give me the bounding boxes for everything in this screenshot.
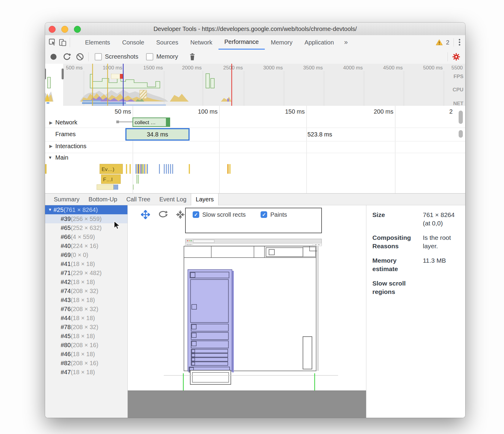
- tab-layers[interactable]: Layers: [191, 194, 218, 205]
- clear-recording-button[interactable]: [73, 53, 87, 61]
- warning-count[interactable]: 2: [446, 39, 449, 46]
- layer-id: #47: [61, 369, 71, 375]
- details-tab-bar: Summary Bottom-Up Call Tree Event Log La…: [45, 193, 465, 205]
- tab-call-tree[interactable]: Call Tree: [122, 194, 155, 205]
- layer-tree-item[interactable]: #78(208 × 32): [45, 322, 127, 332]
- layer-tree-item[interactable]: #82(208 × 16): [45, 359, 127, 368]
- flame-chart[interactable]: 50 ms 100 ms 150 ms 200 ms 2 ▶ Network c…: [45, 106, 465, 193]
- flame-scrollbar-thumb[interactable]: [459, 111, 463, 124]
- lane-label-cpu: CPU: [453, 87, 463, 93]
- collapse-icon[interactable]: ▼: [48, 205, 53, 214]
- rotate-mode-button[interactable]: [154, 210, 172, 219]
- layer-tree-item[interactable]: #66(4 × 559): [45, 232, 127, 241]
- layer-dimensions: (0 × 0): [71, 252, 88, 258]
- layer-tree-item[interactable]: #42(18 × 18): [45, 277, 127, 286]
- layer-tree-item[interactable]: #41(18 × 18): [45, 259, 127, 268]
- layer-tree-item[interactable]: #44(18 × 18): [45, 313, 127, 322]
- overview-tick: 2500 ms: [223, 65, 243, 71]
- layer-tree-item[interactable]: #76(208 × 32): [45, 304, 127, 313]
- layers-canvas-pane[interactable]: ✓ Slow scroll rects ✓ Paints: [128, 205, 366, 418]
- tab-summary[interactable]: Summary: [49, 194, 84, 205]
- layer-id: #43: [61, 297, 71, 303]
- layer-dimensions: (224 × 16): [71, 243, 98, 249]
- garbage-collect-button[interactable]: [186, 53, 199, 61]
- memory-checkbox[interactable]: [146, 53, 153, 60]
- layer-tree-item[interactable]: #71(229 × 482): [45, 268, 127, 277]
- layer-tree-item[interactable]: #40(224 × 16): [45, 241, 127, 250]
- layer-id: #74: [61, 288, 71, 294]
- pan-mode-button[interactable]: [137, 210, 154, 219]
- tab-bottom-up[interactable]: Bottom-Up: [84, 194, 122, 205]
- detail-value: Is the root layer.: [423, 234, 462, 250]
- screenshots-label: Screenshots: [105, 53, 138, 60]
- row-label-frames[interactable]: Frames: [55, 131, 76, 137]
- traffic-lights: [49, 26, 81, 33]
- layer-tree-item[interactable]: #69(0 × 0): [45, 250, 127, 259]
- detail-label: Slow scroll regions: [372, 279, 423, 296]
- record-icon: [50, 53, 57, 60]
- layer-dimensions: (18 × 18): [71, 369, 95, 375]
- tab-console[interactable]: Console: [116, 35, 150, 50]
- row-label-interactions[interactable]: Interactions: [55, 143, 86, 149]
- layer-tree-item[interactable]: ▼#25(761 × 8264): [45, 205, 127, 214]
- layer-tree-item[interactable]: #46(18 × 18): [45, 350, 127, 359]
- kebab-menu-icon[interactable]: [458, 38, 461, 47]
- tab-event-log[interactable]: Event Log: [155, 194, 191, 205]
- memory-label: Memory: [156, 53, 178, 60]
- tab-application[interactable]: Application: [298, 35, 340, 50]
- device-toolbar-button[interactable]: [58, 35, 68, 50]
- timeline-overview[interactable]: 500 ms 1000 ms 1500 ms 2000 ms 2500 ms 3…: [45, 64, 465, 106]
- tab-sources[interactable]: Sources: [150, 35, 184, 50]
- tab-elements[interactable]: Elements: [79, 35, 116, 50]
- slow-scroll-rects-checkbox[interactable]: ✓: [193, 211, 199, 218]
- layer-id: #80: [61, 342, 71, 348]
- flame-event-label: F…l: [103, 177, 112, 182]
- zoom-window-button[interactable]: [74, 26, 81, 33]
- detail-row: Slow scroll regions: [372, 279, 465, 296]
- hovered-layer-rect[interactable]: [188, 270, 232, 371]
- minimize-window-button[interactable]: [61, 26, 68, 33]
- layer-tree-pane: ▼#25(761 × 8264)#39(256 × 559)#65(252 × …: [45, 205, 128, 418]
- layer-tree-item[interactable]: #74(208 × 32): [45, 286, 127, 295]
- layer-id: #78: [61, 324, 71, 330]
- record-button[interactable]: [47, 53, 60, 60]
- title-bar[interactable]: Developer Tools - https://developers.goo…: [45, 23, 465, 35]
- selection-handle-right[interactable]: [62, 69, 64, 79]
- tab-network[interactable]: Network: [184, 35, 218, 50]
- expand-network-icon[interactable]: ▶: [49, 120, 53, 125]
- detail-row: Compositing ReasonsIs the root layer.: [372, 234, 465, 250]
- close-window-button[interactable]: [49, 26, 56, 33]
- inspect-element-button[interactable]: [47, 35, 58, 50]
- reset-view-button[interactable]: [172, 210, 189, 219]
- more-tabs-button[interactable]: »: [340, 35, 352, 50]
- inspect-cursor-icon: [48, 38, 57, 47]
- layer-tree-item[interactable]: #47(18 × 18): [45, 368, 127, 377]
- screenshots-checkbox[interactable]: [95, 53, 102, 60]
- mouse-cursor: [114, 221, 121, 231]
- layer-id: #39: [61, 215, 71, 222]
- paints-checkbox[interactable]: ✓: [261, 211, 267, 218]
- tab-memory[interactable]: Memory: [265, 35, 298, 50]
- detail-label: Compositing Reasons: [372, 234, 423, 250]
- capture-settings-button[interactable]: [450, 53, 463, 61]
- overview-tick: 4000 ms: [343, 65, 363, 71]
- selection-handle-left[interactable]: [45, 69, 46, 79]
- detail-value: 761 × 8264 (at 0,0): [423, 211, 462, 228]
- row-label-network[interactable]: Network: [55, 119, 78, 126]
- reload-and-record-button[interactable]: [60, 53, 73, 61]
- flame-scrollbar-thumb[interactable]: [459, 130, 463, 138]
- warning-icon[interactable]: [435, 39, 443, 46]
- layer-tree-item[interactable]: #80(208 × 16): [45, 341, 127, 350]
- layer-id: #82: [61, 360, 71, 366]
- row-label-main[interactable]: Main: [55, 154, 68, 161]
- expand-interactions-icon[interactable]: ▶: [49, 144, 53, 148]
- layers-canvas-toolbar: ✓ Slow scroll rects ✓ Paints: [128, 205, 366, 224]
- tab-performance[interactable]: Performance: [218, 35, 265, 50]
- layer-id: #46: [61, 351, 71, 357]
- layer-id: #40: [61, 243, 71, 249]
- layer-tree-item[interactable]: #45(18 × 18): [45, 332, 127, 341]
- lane-label-net: NET: [453, 101, 464, 106]
- layer-tree-item[interactable]: #43(18 × 18): [45, 295, 127, 304]
- performance-toolbar: Screenshots Memory: [45, 50, 465, 64]
- collapse-main-icon[interactable]: ▼: [48, 155, 52, 160]
